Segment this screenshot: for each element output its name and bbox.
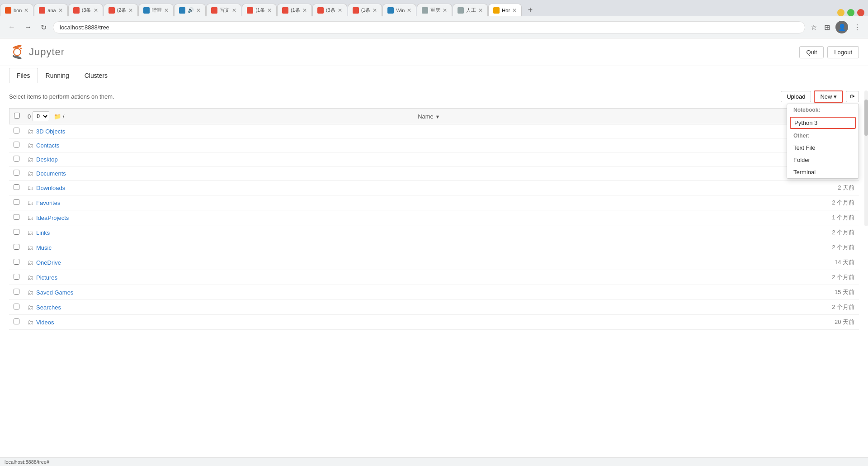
new-button[interactable]: New ▾: [814, 90, 843, 103]
tab-t3[interactable]: (3条 ✕: [68, 4, 103, 16]
text-file-option[interactable]: Text File: [787, 142, 859, 154]
row-checkbox-0[interactable]: [14, 128, 19, 133]
tab-close-t2[interactable]: ✕: [58, 7, 63, 14]
terminal-option[interactable]: Terminal: [787, 166, 859, 178]
tab-t14[interactable]: 人工 ✕: [453, 4, 488, 16]
nav-tabs: Files Running Clusters: [0, 68, 868, 83]
file-name-0[interactable]: 🗂 3D Objects: [27, 128, 782, 135]
tab-close-t7[interactable]: ✕: [232, 7, 236, 14]
file-name-11[interactable]: 🗂 Saved Games: [27, 289, 782, 296]
row-checkbox-2[interactable]: [14, 156, 19, 162]
select-all-checkbox[interactable]: [14, 113, 20, 119]
tab-t4[interactable]: (2条 ✕: [104, 4, 138, 16]
tab-t9[interactable]: (1条 ✕: [277, 4, 312, 16]
file-name-4[interactable]: 🗂 Downloads: [27, 184, 782, 191]
back-button[interactable]: ←: [5, 21, 18, 33]
row-checkbox-container-6: [14, 214, 27, 221]
tab-files[interactable]: Files: [9, 68, 38, 83]
quit-button[interactable]: Quit: [799, 46, 824, 58]
row-checkbox-8[interactable]: [14, 244, 19, 250]
header-buttons: Quit Logout: [799, 46, 859, 58]
tab-close-t14[interactable]: ✕: [478, 7, 483, 14]
file-name-1[interactable]: 🗂 Contacts: [27, 142, 782, 149]
tab-t2[interactable]: ana ✕: [34, 4, 67, 16]
logout-button[interactable]: Logout: [827, 46, 859, 58]
row-checkbox-10[interactable]: [14, 274, 19, 280]
file-name-9[interactable]: 🗂 OneDrive: [27, 259, 782, 266]
row-checkbox-7[interactable]: [14, 229, 19, 235]
tab-t6[interactable]: 🔊 ✕: [174, 4, 206, 16]
file-name-6[interactable]: 🗂 IdeaProjects: [27, 214, 782, 221]
bookmark-button[interactable]: ☆: [809, 21, 819, 33]
profile-icon[interactable]: 👤: [835, 21, 848, 33]
maximize-button[interactable]: □: [847, 9, 854, 16]
tab-t12[interactable]: Win ✕: [382, 4, 416, 16]
file-name-13[interactable]: 🗂 Videos: [27, 319, 782, 326]
new-tab-button[interactable]: +: [524, 4, 537, 16]
close-button[interactable]: ✕: [857, 9, 864, 16]
row-checkbox-6[interactable]: [14, 214, 19, 220]
refresh-button[interactable]: ⟳: [846, 91, 859, 102]
tab-t8[interactable]: (1条 ✕: [242, 4, 277, 16]
tab-t5[interactable]: 哔哩 ✕: [138, 4, 174, 16]
folder-icon-4: 🗂: [27, 184, 33, 191]
tab-t11[interactable]: (1条 ✕: [348, 4, 382, 16]
tab-close-t8[interactable]: ✕: [267, 7, 272, 14]
tab-close-t4[interactable]: ✕: [128, 7, 133, 14]
tab-favicon-t14: [458, 7, 464, 14]
name-col-label: Name: [418, 113, 434, 120]
row-checkbox-9[interactable]: [14, 259, 19, 265]
tab-close-t1[interactable]: ✕: [24, 7, 28, 14]
file-name-5[interactable]: 🗂 Favorites: [27, 199, 782, 206]
forward-button[interactable]: →: [22, 21, 34, 33]
count-select[interactable]: 0: [33, 111, 49, 121]
file-name-2[interactable]: 🗂 Desktop: [27, 156, 782, 163]
tab-close-t13[interactable]: ✕: [443, 7, 447, 14]
extensions-button[interactable]: ⊞: [822, 21, 832, 33]
tab-t7[interactable]: 写文 ✕: [206, 4, 241, 16]
file-name-8[interactable]: 🗂 Music: [27, 244, 782, 251]
row-checkbox-container-12: [14, 304, 27, 311]
row-checkbox-container-10: [14, 274, 27, 281]
file-name-10[interactable]: 🗂 Pictures: [27, 274, 782, 281]
row-checkbox-1[interactable]: [14, 142, 19, 147]
scrollbar[interactable]: [864, 90, 868, 226]
row-checkbox-13[interactable]: [14, 319, 19, 324]
tab-close-t5[interactable]: ✕: [164, 7, 169, 14]
tab-close-t15[interactable]: ✕: [512, 7, 517, 14]
scrollbar-thumb[interactable]: [864, 100, 868, 136]
row-checkbox-11[interactable]: [14, 289, 19, 295]
table-row: 🗂 Music 2 个月前: [9, 240, 859, 255]
file-name-12[interactable]: 🗂 Searches: [27, 304, 782, 311]
minimize-button[interactable]: —: [837, 9, 844, 16]
tab-close-t6[interactable]: ✕: [196, 7, 201, 14]
file-name-7[interactable]: 🗂 Links: [27, 229, 782, 236]
address-input[interactable]: [53, 21, 805, 33]
name-column-header[interactable]: Name ▼: [418, 113, 782, 120]
table-row: 🗂 Videos 20 天前: [9, 315, 859, 330]
tab-t1[interactable]: bon ✕: [0, 4, 33, 16]
folder-option[interactable]: Folder: [787, 154, 859, 166]
file-name-3[interactable]: 🗂 Documents: [27, 170, 782, 177]
tab-t10[interactable]: (3条 ✕: [312, 4, 347, 16]
row-checkbox-3[interactable]: [14, 170, 19, 176]
menu-button[interactable]: ⋮: [852, 21, 863, 33]
tab-close-t10[interactable]: ✕: [338, 7, 342, 14]
tab-running[interactable]: Running: [38, 68, 77, 83]
tab-close-t3[interactable]: ✕: [94, 7, 98, 14]
svg-point-3: [20, 48, 22, 49]
tab-t13[interactable]: 重庆 ✕: [417, 4, 452, 16]
tab-close-t9[interactable]: ✕: [302, 7, 307, 14]
reload-button[interactable]: ↻: [38, 21, 49, 33]
tab-t15[interactable]: Hor ✕: [488, 4, 522, 16]
tab-label-t12: Win: [396, 8, 405, 13]
row-checkbox-12[interactable]: [14, 304, 19, 309]
tab-close-t11[interactable]: ✕: [373, 7, 377, 14]
row-checkbox-4[interactable]: [14, 184, 19, 190]
tab-favicon-t8: [247, 7, 253, 14]
tab-clusters[interactable]: Clusters: [77, 68, 115, 83]
row-checkbox-5[interactable]: [14, 199, 19, 205]
tab-close-t12[interactable]: ✕: [407, 7, 411, 14]
python3-option[interactable]: Python 3: [790, 117, 856, 129]
upload-button[interactable]: Upload: [781, 91, 811, 102]
